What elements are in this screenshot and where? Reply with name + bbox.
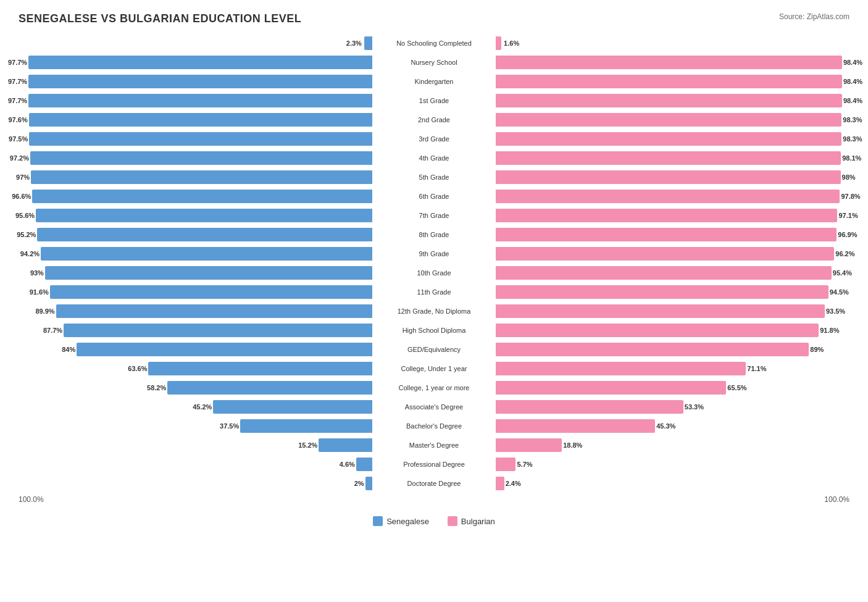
senegalese-value: 97.6%: [8, 116, 27, 123]
senegalese-value: 96.6%: [12, 193, 31, 200]
right-section: 98.4%: [496, 54, 849, 71]
bar-row: 91.6%11th Grade94.5%: [19, 283, 849, 301]
bulgarian-bar: [496, 438, 562, 452]
bar-row: 97.6%2nd Grade98.3%: [19, 111, 849, 128]
bar-label: 1st Grade: [372, 97, 496, 104]
bulgarian-value: 98.3%: [843, 135, 862, 143]
senegalese-bar: [29, 113, 372, 127]
bulgarian-value: 97.8%: [841, 193, 860, 200]
left-section: 97.2%: [19, 149, 372, 167]
right-section: 45.3%: [496, 417, 849, 435]
right-section: 18.8%: [496, 437, 849, 454]
bar-row: 2%Doctorate Degree2.4%: [19, 475, 849, 492]
senegalese-bar: [56, 304, 372, 318]
senegalese-value: 4.6%: [340, 461, 355, 468]
chart-container: SENEGALESE VS BULGARIAN EDUCATION LEVEL …: [0, 0, 868, 563]
right-section: 53.3%: [496, 398, 849, 416]
bulgarian-value: 98.4%: [843, 97, 862, 104]
bulgarian-bar: [496, 247, 834, 261]
right-section: 1.6%: [496, 35, 849, 52]
bulgarian-value: 65.5%: [727, 384, 746, 391]
senegalese-value: 15.2%: [298, 441, 317, 449]
right-section: 98.3%: [496, 130, 849, 148]
bulgarian-value: 94.5%: [830, 288, 849, 296]
bulgarian-value: 97.1%: [838, 212, 858, 219]
senegalese-value: 84%: [62, 346, 75, 353]
bulgarian-value: 96.2%: [835, 250, 854, 257]
bulgarian-value: 93.5%: [826, 307, 845, 315]
bar-label: Professional Degree: [372, 461, 496, 468]
bar-label: 5th Grade: [372, 173, 496, 181]
left-section: 94.2%: [19, 245, 372, 262]
bar-row: 15.2%Master's Degree18.8%: [19, 437, 849, 454]
senegalese-bar: [148, 362, 372, 375]
legend: Senegalese Bulgarian: [19, 516, 849, 526]
bar-label: No Schooling Completed: [372, 40, 496, 47]
senegalese-value: 37.5%: [220, 422, 239, 430]
bar-row: 97.7%Kindergarten98.4%: [19, 73, 849, 90]
bar-row: 58.2%College, 1 year or more65.5%: [19, 379, 849, 396]
bar-label: Master's Degree: [372, 441, 496, 449]
bulgarian-bar: [496, 343, 809, 356]
senegalese-value: 95.6%: [15, 212, 35, 219]
bulgarian-value: 98.3%: [843, 116, 862, 123]
senegalese-value: 93%: [30, 269, 44, 277]
source-label: Source: ZipAtlas.com: [779, 12, 849, 21]
senegalese-bar: [36, 209, 372, 222]
axis-labels: 100.0% 100.0%: [19, 495, 849, 504]
bulgarian-bar: [496, 477, 504, 490]
bulgarian-value: 98.4%: [843, 59, 862, 66]
senegalese-value: 97.7%: [8, 78, 27, 85]
right-section: 96.9%: [496, 226, 849, 243]
bar-label: 11th Grade: [372, 288, 496, 296]
bulgarian-bar: [496, 228, 837, 241]
bulgarian-bar: [496, 458, 515, 471]
bar-label: 9th Grade: [372, 250, 496, 257]
senegalese-value: 45.2%: [193, 403, 212, 411]
left-section: 2.3%: [19, 35, 372, 52]
left-section: 93%: [19, 264, 372, 282]
bar-label: Nursery School: [372, 59, 496, 66]
senegalese-bar: [319, 438, 372, 452]
bulgarian-bar: [496, 362, 746, 375]
senegalese-bar: [28, 56, 372, 69]
bulgarian-bar: [496, 400, 683, 414]
bar-row: 45.2%Associate's Degree53.3%: [19, 398, 849, 416]
bulgarian-value: 98.4%: [843, 78, 862, 85]
senegalese-color-swatch: [373, 516, 383, 526]
bar-row: 96.6%6th Grade97.8%: [19, 188, 849, 205]
bar-label: Associate's Degree: [372, 403, 496, 411]
bar-row: 97.2%4th Grade98.1%: [19, 149, 849, 167]
bulgarian-value: 98%: [842, 173, 856, 181]
right-section: 89%: [496, 341, 849, 358]
left-section: 45.2%: [19, 398, 372, 416]
right-section: 5.7%: [496, 456, 849, 473]
left-section: 95.6%: [19, 207, 372, 224]
bulgarian-value: 1.6%: [504, 40, 519, 47]
bar-label: Kindergarten: [372, 78, 496, 85]
right-section: 71.1%: [496, 360, 849, 377]
senegalese-value: 63.6%: [128, 365, 147, 372]
senegalese-value: 87.7%: [43, 327, 62, 334]
senegalese-bar: [50, 285, 372, 299]
senegalese-bar: [28, 94, 372, 107]
bulgarian-bar: [496, 170, 841, 184]
right-section: 98.4%: [496, 92, 849, 109]
senegalese-bar: [41, 247, 372, 261]
bar-label: High School Diploma: [372, 327, 496, 334]
bar-label: 12th Grade, No Diploma: [372, 307, 496, 315]
bulgarian-bar: [496, 75, 842, 88]
bar-row: 97.7%1st Grade98.4%: [19, 92, 849, 109]
chart-title: SENEGALESE VS BULGARIAN EDUCATION LEVEL: [19, 12, 849, 25]
right-section: 98.3%: [496, 111, 849, 128]
senegalese-bar: [30, 151, 372, 165]
right-section: 95.4%: [496, 264, 849, 282]
left-section: 97.6%: [19, 111, 372, 128]
bar-row: 97.5%3rd Grade98.3%: [19, 130, 849, 148]
senegalese-value: 58.2%: [147, 384, 166, 391]
bulgarian-bar: [496, 113, 841, 127]
left-section: 15.2%: [19, 437, 372, 454]
bulgarian-value: 96.9%: [838, 231, 857, 238]
bar-label: 3rd Grade: [372, 135, 496, 143]
senegalese-value: 97.2%: [10, 154, 29, 162]
